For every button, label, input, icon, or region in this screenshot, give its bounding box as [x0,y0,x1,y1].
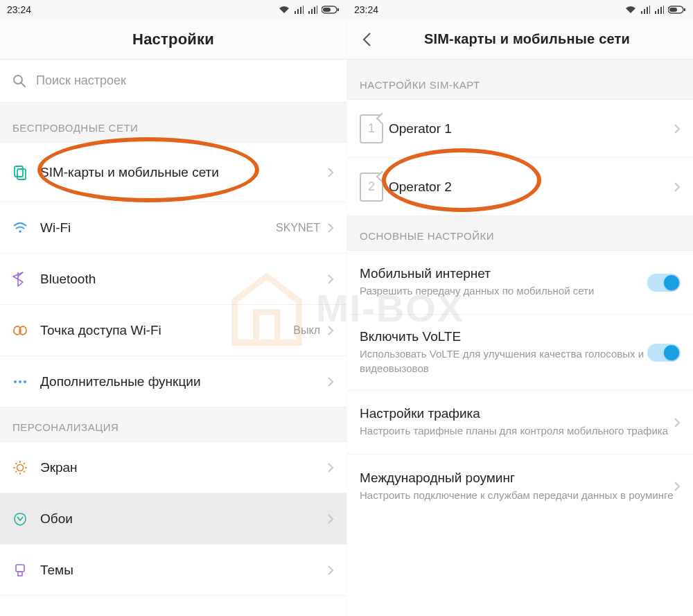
svg-rect-25 [18,572,22,576]
row-mobile-data[interactable]: Мобильный интернет Разрешить передачу да… [347,251,693,315]
section-basic: ОСНОВНЫЕ НАСТРОЙКИ [347,216,693,251]
svg-line-23 [15,471,17,473]
row-volte[interactable]: Включить VoLTE Использовать VoLTE для ул… [347,315,693,391]
search-input[interactable] [36,73,334,88]
row-label: Темы [40,562,327,579]
search-box[interactable] [0,60,346,103]
toggle-mobile-data[interactable] [647,274,681,292]
chevron-right-icon [674,182,681,193]
row-traffic[interactable]: Настройки трафика Настроить тарифные пла… [347,391,693,455]
wifi-icon [12,222,40,234]
row-more[interactable]: Дополнительные функции [0,356,346,407]
chevron-right-icon [674,481,681,492]
svg-rect-3 [337,8,339,11]
row-wallpaper[interactable]: Обои [0,493,346,545]
wifi-status-icon [625,6,636,14]
chevron-right-icon [327,565,334,576]
row-sim2[interactable]: 2 Operator 2 [347,158,693,216]
page-title: SIM-карты и мобильные сети [410,31,630,47]
row-roaming[interactable]: Международный роуминг Настроить подключе… [347,455,693,518]
chevron-right-icon [327,167,334,178]
row-value: SKYNET [276,222,327,234]
section-wireless: БЕСПРОВОДНЫЕ СЕТИ [0,103,346,143]
sim1-icon: 1 [360,114,383,143]
row-label: Точка доступа Wi-Fi [40,322,293,339]
svg-rect-4 [323,8,331,12]
row-label: Wi-Fi [40,220,276,236]
row-label: SIM-карты и мобильные сети [40,164,327,181]
toggle-volte[interactable] [647,344,681,362]
row-label: Operator 2 [389,179,674,195]
more-icon [12,379,40,385]
chevron-right-icon [327,222,334,234]
row-sim1[interactable]: 1 Operator 1 [347,100,693,158]
chevron-right-icon [327,513,334,525]
signal2-status-icon [654,6,664,14]
svg-line-21 [24,471,25,473]
sim2-icon: 2 [360,173,383,202]
back-button[interactable] [353,19,380,59]
signal-status-icon [294,6,304,14]
row-title: Международный роуминг [360,470,674,486]
svg-rect-27 [684,8,685,11]
row-hotspot[interactable]: Точка доступа Wi-Fi Выкл [0,305,346,356]
row-title: Мобильный интернет [360,266,647,281]
row-title: Настройки трафика [360,406,674,421]
chevron-right-icon [327,462,334,473]
svg-point-13 [19,380,21,383]
svg-point-9 [19,230,21,233]
row-label: Bluetooth [40,271,327,288]
svg-line-6 [21,83,25,87]
statusbar-time: 23:24 [7,4,31,15]
row-sub: Настроить тарифные планы для контроля мо… [360,424,674,438]
svg-rect-8 [17,169,26,179]
chevron-right-icon [327,376,334,387]
row-bluetooth[interactable]: Bluetooth [0,254,346,305]
bluetooth-icon [12,272,40,287]
statusbar: 23:24 [0,0,346,19]
signal-status-icon [640,6,650,14]
search-icon [12,74,26,88]
svg-rect-7 [15,166,23,177]
chevron-right-icon [674,123,681,134]
svg-point-12 [14,380,17,383]
row-sub: Настроить подключение к службам передачи… [360,489,674,502]
row-display[interactable]: Экран [0,442,346,493]
statusbar: 23:24 [347,0,693,19]
phone-right: 23:24 SIM-карты и мобильные сети НАСТРОЙ… [346,0,693,616]
wifi-status-icon [279,6,290,14]
svg-rect-28 [669,8,677,12]
chevron-right-icon [327,325,334,336]
hotspot-icon [12,325,40,336]
svg-point-15 [17,464,24,470]
page-title: Настройки [132,30,214,49]
chevron-right-icon [327,274,334,285]
battery-status-icon [322,6,340,14]
wallpaper-icon [12,511,40,527]
svg-point-5 [14,76,22,84]
row-wifi[interactable]: Wi-Fi SKYNET [0,202,346,254]
row-label: Operator 1 [389,121,674,137]
svg-line-22 [24,463,25,464]
chevron-right-icon [674,417,681,428]
header: Настройки [0,19,346,60]
battery-status-icon [668,6,686,14]
svg-rect-24 [16,565,24,572]
themes-icon [12,563,40,578]
svg-point-14 [24,380,26,383]
row-sub: Использовать VoLTE для улучшения качеств… [360,347,647,376]
sim-icon [12,165,40,180]
header: SIM-карты и мобильные сети [347,19,693,60]
section-personal: ПЕРСОНАЛИЗАЦИЯ [0,407,346,442]
row-title: Включить VoLTE [360,329,647,344]
row-label: Дополнительные функции [40,373,327,390]
row-label: Обои [40,511,327,527]
signal2-status-icon [308,6,317,14]
row-label: Экран [40,459,327,476]
row-value: Выкл [293,324,327,337]
row-sim-networks[interactable]: SIM-карты и мобильные сети [0,143,346,202]
row-sub: Разрешить передачу данных по мобильной с… [360,284,647,298]
statusbar-time: 23:24 [354,4,378,15]
row-themes[interactable]: Темы [0,545,346,596]
section-sim: НАСТРОЙКИ SIM-КАРТ [347,60,693,100]
